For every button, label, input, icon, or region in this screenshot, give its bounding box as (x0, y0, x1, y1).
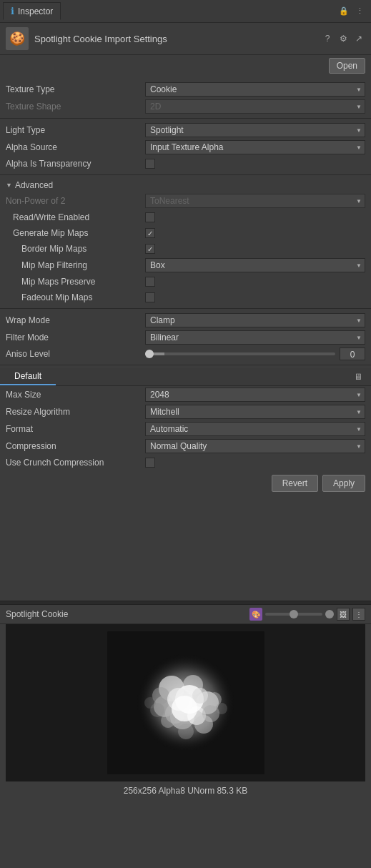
compression-dropdown[interactable]: Normal Quality (145, 439, 365, 453)
aniso-level-value: 0 (145, 347, 365, 360)
non-power-label: Non-Power of 2 (6, 196, 145, 206)
revert-button[interactable]: Revert (272, 475, 318, 492)
filter-mode-dropdown-wrapper: Bilinear (145, 330, 365, 345)
non-power-value: ToNearest (145, 194, 365, 208)
aniso-value-display: 0 (340, 347, 365, 360)
svg-point-20 (144, 697, 156, 709)
mip-preserve-checkbox[interactable] (145, 277, 155, 287)
triangle-icon: ▼ (6, 182, 12, 189)
open-button[interactable]: Open (329, 58, 365, 74)
filter-mode-label: Filter Mode (6, 332, 145, 342)
crunch-compression-label: Use Crunch Compression (6, 458, 145, 468)
aniso-slider[interactable] (145, 352, 335, 355)
texture-shape-value: 2D (145, 99, 365, 114)
generate-mip-label: Generate Mip Maps (6, 228, 145, 238)
read-write-value (145, 212, 365, 222)
mip-filter-dropdown[interactable]: Box Kaiser (145, 258, 365, 272)
advanced-section-header[interactable]: ▼ Advanced (0, 178, 371, 192)
alpha-transparency-label: Alpha Is Transparency (6, 159, 145, 169)
advanced-label: Advanced (15, 180, 53, 190)
generate-mip-value (145, 228, 365, 238)
compression-dropdown-wrapper: Normal Quality (145, 439, 365, 453)
border-mip-row: Border Mip Maps (0, 241, 371, 257)
resize-algorithm-label: Resize Algorithm (6, 407, 145, 417)
lock-icon[interactable]: 🔒 (338, 6, 350, 17)
resize-algorithm-dropdown[interactable]: Mitchell (145, 405, 365, 419)
maximize-icon[interactable]: ↗ (352, 32, 365, 45)
light-type-value: Spotlight (145, 123, 365, 137)
wrap-mode-dropdown[interactable]: Clamp Repeat (145, 313, 365, 327)
preview-brightness-slider[interactable] (265, 613, 322, 616)
wrap-mode-row: Wrap Mode Clamp Repeat (0, 312, 371, 329)
inspector-tab[interactable]: ℹ Inspector (3, 2, 61, 20)
preview-header: Spotlight Cookie 🎨 🖼 ⋮ (0, 605, 371, 624)
inspector-content: Texture Type Cookie Texture Shape 2D Lig… (0, 77, 371, 500)
preview-image (107, 631, 264, 774)
svg-point-16 (194, 715, 213, 734)
crunch-compression-row: Use Crunch Compression (0, 455, 371, 470)
max-size-dropdown[interactable]: 2048 (145, 388, 365, 402)
mip-filter-value: Box Kaiser (145, 258, 365, 272)
texture-shape-label: Texture Shape (6, 102, 145, 112)
compression-value: Normal Quality (145, 439, 365, 453)
preview-menu-btn[interactable]: ⋮ (352, 608, 365, 621)
format-dropdown[interactable]: Automatic (145, 422, 365, 436)
crunch-compression-value (145, 458, 365, 468)
texture-type-dropdown[interactable]: Cookie (145, 82, 365, 97)
texture-shape-dropdown[interactable]: 2D (145, 99, 365, 114)
more-icon[interactable]: ⋮ (354, 6, 365, 17)
cookie-preview-svg (107, 631, 264, 774)
generate-mip-row: Generate Mip Maps (0, 225, 371, 241)
max-size-value: 2048 (145, 388, 365, 402)
apply-button[interactable]: Apply (322, 475, 365, 492)
texture-type-dropdown-wrapper: Cookie (145, 82, 365, 97)
non-power-dropdown[interactable]: ToNearest (145, 194, 365, 208)
filter-mode-value: Bilinear (145, 330, 365, 345)
preview-controls: 🎨 🖼 ⋮ (249, 608, 365, 621)
format-row: Format Automatic (0, 420, 371, 438)
empty-area (0, 500, 371, 601)
alpha-source-dropdown[interactable]: Input Texture Alpha (145, 140, 365, 154)
monitor-icon[interactable]: 🖥 (348, 369, 368, 385)
preview-footer: 256x256 Alpha8 UNorm 85.3 KB (0, 781, 371, 800)
filter-mode-dropdown[interactable]: Bilinear (145, 330, 365, 345)
preview-title: Spotlight Cookie (6, 609, 245, 619)
texture-shape-dropdown-wrapper: 2D (145, 99, 365, 114)
fadeout-mip-row: Fadeout Mip Maps (0, 290, 371, 305)
preview-panel: Spotlight Cookie 🎨 🖼 ⋮ (0, 605, 371, 800)
settings-icon[interactable]: ⚙ (337, 32, 350, 45)
crunch-compression-checkbox[interactable] (145, 458, 155, 468)
help-icon[interactable]: ? (321, 32, 334, 45)
mip-preserve-label: Mip Maps Preserve (6, 277, 145, 287)
texture-shape-row: Texture Shape 2D (0, 98, 371, 115)
default-platform-tab[interactable]: Default (0, 368, 56, 385)
compression-label: Compression (6, 441, 145, 451)
preview-info: 256x256 Alpha8 UNorm 85.3 KB (124, 786, 247, 796)
alpha-transparency-checkbox[interactable] (145, 159, 155, 169)
alpha-source-row: Alpha Source Input Texture Alpha (0, 139, 371, 156)
compression-row: Compression Normal Quality (0, 438, 371, 455)
texture-type-value: Cookie (145, 82, 365, 97)
alpha-transparency-row: Alpha Is Transparency (0, 156, 371, 172)
border-mip-checkbox[interactable] (145, 244, 155, 254)
mip-filter-dropdown-wrapper: Box Kaiser (145, 258, 365, 272)
resize-algorithm-row: Resize Algorithm Mitchell (0, 403, 371, 420)
generate-mip-checkbox[interactable] (145, 228, 155, 238)
mip-filter-row: Mip Map Filtering Box Kaiser (0, 257, 371, 274)
preview-rgb-btn[interactable]: 🖼 (337, 608, 350, 621)
max-size-row: Max Size 2048 (0, 386, 371, 403)
alpha-source-label: Alpha Source (6, 142, 145, 152)
texture-type-row: Texture Type Cookie (0, 81, 371, 98)
preview-color-btn[interactable]: 🎨 (249, 608, 262, 621)
filter-mode-row: Filter Mode Bilinear (0, 329, 371, 346)
svg-point-21 (216, 703, 227, 714)
tab-bar: ℹ Inspector 🔒 ⋮ (0, 0, 371, 23)
read-write-checkbox[interactable] (145, 212, 155, 222)
texture-icon: 🍪 (6, 27, 29, 50)
max-size-label: Max Size (6, 390, 145, 400)
mip-preserve-value (145, 277, 365, 287)
light-type-dropdown[interactable]: Spotlight (145, 123, 365, 137)
max-size-dropdown-wrapper: 2048 (145, 388, 365, 402)
mip-filter-label: Mip Map Filtering (6, 260, 145, 270)
fadeout-mip-checkbox[interactable] (145, 292, 155, 302)
